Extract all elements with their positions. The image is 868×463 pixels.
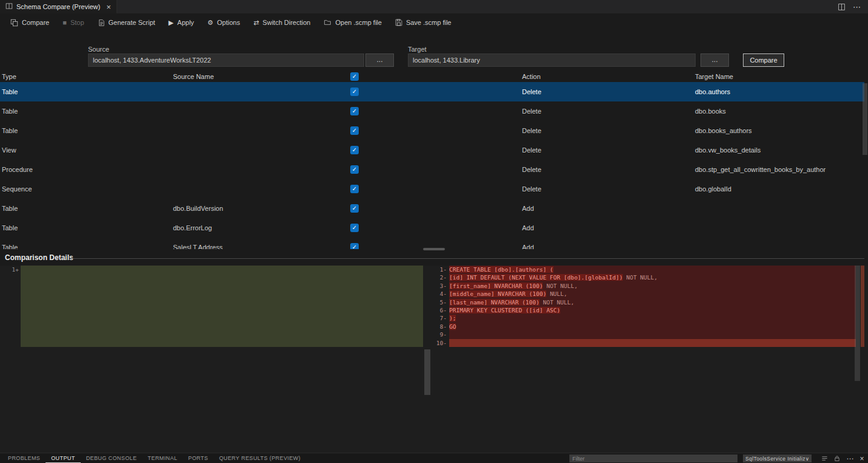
options-label: Options xyxy=(217,19,240,26)
generate-script-label: Generate Script xyxy=(109,19,155,26)
table-row[interactable]: Table ✓ Delete dbo.authors xyxy=(0,82,864,101)
diff-source-pane[interactable]: 1+ xyxy=(5,266,423,453)
table-row[interactable]: Table ✓ Delete dbo.books_authors xyxy=(0,121,864,140)
row-action: Delete xyxy=(522,88,541,95)
include-checkbox[interactable]: ✓ xyxy=(350,165,359,174)
diff-line: 7-); xyxy=(431,314,864,322)
tab-title: Schema Compare (Preview) xyxy=(16,3,100,10)
row-type: View xyxy=(2,146,16,154)
right-pane-scrollbar[interactable] xyxy=(855,266,860,381)
left-pane-scrollbar[interactable] xyxy=(424,349,430,395)
comparison-diff-editor: 1+ 1-CREATE TABLE [dbo].[authors] ( 2-[i… xyxy=(0,266,868,453)
stop-button[interactable]: ■ Stop xyxy=(56,16,90,29)
col-target-name[interactable]: Target Name xyxy=(695,73,733,80)
source-browse-button[interactable]: ... xyxy=(365,53,394,67)
output-filter-input[interactable] xyxy=(569,454,737,462)
details-divider xyxy=(72,258,864,259)
target-browse-button[interactable]: ... xyxy=(700,53,729,67)
include-checkbox[interactable]: ✓ xyxy=(350,185,359,193)
editor-actions: ⋯ xyxy=(838,0,868,13)
row-target-name: dbo.stp_get_all_cowritten_books_by_autho… xyxy=(695,166,826,173)
clear-output-icon[interactable] xyxy=(821,455,828,462)
generate-script-button[interactable]: Generate Script xyxy=(91,16,162,29)
table-row[interactable]: Sequence ✓ Delete dbo.globalId xyxy=(0,179,864,199)
tab-schema-compare[interactable]: Schema Compare (Preview) × xyxy=(0,0,117,13)
panel-tab-problems[interactable]: PROBLEMS xyxy=(2,453,46,463)
save-scmp-button[interactable]: Save .scmp file xyxy=(388,16,458,29)
diff-line: 4-[middle_name] NVARCHAR (100) NULL, xyxy=(431,290,864,298)
apply-button[interactable]: ▶ Apply xyxy=(162,16,201,29)
more-actions-icon[interactable]: ⋯ xyxy=(853,2,861,12)
row-target-name: dbo.globalId xyxy=(695,185,731,193)
col-type[interactable]: Type xyxy=(2,73,16,80)
include-checkbox[interactable]: ✓ xyxy=(350,243,359,249)
output-channel-select[interactable]: SqlToolsService Initializ ∨ xyxy=(743,454,812,462)
row-type: Table xyxy=(2,224,18,231)
check-icon: ✓ xyxy=(352,108,357,114)
lock-scroll-icon[interactable] xyxy=(834,455,840,462)
differences-grid: Type Source Name ✓ Action Target Name Ta… xyxy=(0,71,868,249)
row-target-name: dbo.authors xyxy=(695,88,730,95)
panel-tab-output[interactable]: OUTPUT xyxy=(46,453,80,463)
save-scmp-label: Save .scmp file xyxy=(406,19,452,26)
target-connection-input[interactable] xyxy=(408,53,696,67)
include-checkbox[interactable]: ✓ xyxy=(350,204,359,213)
check-icon: ✓ xyxy=(352,89,357,95)
line-number: 10- xyxy=(431,339,449,347)
table-row[interactable]: View ✓ Delete dbo.vw_books_details xyxy=(0,140,864,160)
include-checkbox[interactable]: ✓ xyxy=(350,146,359,154)
table-row[interactable]: Table dbo.BuildVersion ✓ Add xyxy=(0,199,864,218)
switch-direction-label: Switch Direction xyxy=(263,19,311,26)
line-number: 3- xyxy=(431,282,449,290)
schema-compare-icon xyxy=(5,2,13,11)
schema-compare-toolbar: Compare ■ Stop Generate Script ▶ Apply ⚙… xyxy=(0,13,868,32)
tab-close-icon[interactable]: × xyxy=(106,2,111,12)
check-icon: ✓ xyxy=(352,205,357,211)
col-action[interactable]: Action xyxy=(522,73,541,80)
panel-tab-terminal[interactable]: TERMINAL xyxy=(142,453,183,463)
options-button[interactable]: ⚙ Options xyxy=(201,16,247,29)
row-source-name: dbo.ErrorLog xyxy=(173,224,212,231)
include-checkbox[interactable]: ✓ xyxy=(350,224,359,232)
check-icon: ✓ xyxy=(352,147,357,153)
include-checkbox[interactable]: ✓ xyxy=(350,107,359,115)
col-source-name[interactable]: Source Name xyxy=(173,73,214,80)
line-number: 9- xyxy=(431,331,449,338)
table-row[interactable]: Table dbo.ErrorLog ✓ Add xyxy=(0,218,864,238)
check-icon: ✓ xyxy=(352,244,357,249)
row-action: Delete xyxy=(522,127,541,134)
grid-scrollbar[interactable] xyxy=(863,83,867,155)
panel-tab-query-results[interactable]: QUERY RESULTS (PREVIEW) xyxy=(214,453,306,463)
switch-direction-icon: ⇄ xyxy=(253,19,259,26)
row-type: Table xyxy=(2,244,18,249)
open-scmp-button[interactable]: Open .scmp file xyxy=(317,16,388,29)
row-action: Add xyxy=(522,224,534,231)
line-number: 7- xyxy=(431,314,449,322)
panel-more-actions-icon[interactable]: ⋯ xyxy=(846,455,853,462)
select-all-checkbox[interactable]: ✓ xyxy=(350,72,359,81)
panel-tab-ports[interactable]: PORTS xyxy=(183,453,214,463)
diff-target-pane[interactable]: 1-CREATE TABLE [dbo].[authors] ( 2-[id] … xyxy=(431,266,864,453)
panel-tab-debug-console[interactable]: DEBUG CONSOLE xyxy=(81,453,143,463)
splitter-handle[interactable] xyxy=(423,248,445,250)
diff-line: 5-[last_name] NVARCHAR (100) NOT NULL, xyxy=(431,298,864,306)
include-checkbox[interactable]: ✓ xyxy=(350,126,359,135)
include-checkbox[interactable]: ✓ xyxy=(350,87,359,96)
table-row[interactable]: Table ✓ Delete dbo.books xyxy=(0,101,864,121)
source-connection-input[interactable] xyxy=(88,53,364,67)
close-panel-icon[interactable]: × xyxy=(860,455,864,462)
row-action: Add xyxy=(522,205,534,212)
compare-action-button[interactable]: Compare xyxy=(743,53,784,67)
switch-direction-button[interactable]: ⇄ Switch Direction xyxy=(246,16,317,29)
save-file-icon xyxy=(395,19,402,26)
check-icon: ✓ xyxy=(352,186,357,192)
row-action: Delete xyxy=(522,146,541,154)
compare-toolbar-button[interactable]: Compare xyxy=(4,16,56,29)
line-number: 2- xyxy=(431,273,449,281)
diff-line: 2-[id] INT DEFAULT (NEXT VALUE FOR [dbo]… xyxy=(431,273,864,281)
split-editor-icon[interactable] xyxy=(838,3,846,11)
open-file-icon xyxy=(324,19,331,26)
table-row[interactable]: Procedure ✓ Delete dbo.stp_get_all_cowri… xyxy=(0,160,864,179)
diff-left-content xyxy=(21,266,423,453)
comparison-details-title: Comparison Details xyxy=(5,253,73,262)
